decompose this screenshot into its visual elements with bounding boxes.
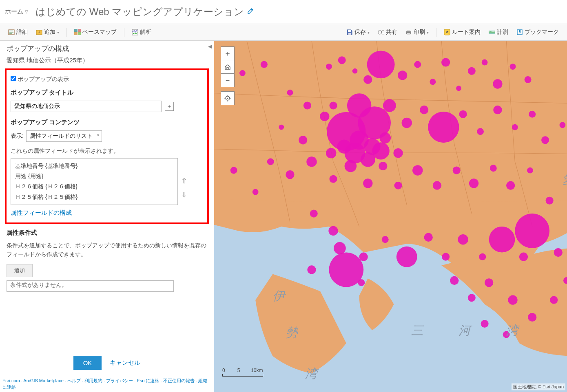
svg-point-60 (541, 136, 549, 144)
svg-point-78 (328, 226, 338, 236)
display-select[interactable]: 属性フィールドのリスト ▾ (26, 130, 102, 142)
cancel-button[interactable]: キャンセル (110, 359, 140, 367)
route-button[interactable]: ルート案内 (441, 27, 483, 37)
field-item[interactable]: Ｈ２６価格 {Ｈ２６価格} (15, 181, 173, 192)
svg-point-87 (479, 253, 486, 260)
svg-point-55 (459, 110, 467, 118)
svg-text:伊: 伊 (273, 289, 286, 302)
details-label: 詳細 (16, 29, 28, 36)
svg-point-51 (383, 99, 396, 112)
zoom-out-button[interactable]: − (221, 73, 235, 87)
svg-point-61 (560, 122, 566, 128)
ok-button[interactable]: OK (73, 356, 102, 370)
svg-point-41 (525, 76, 532, 83)
configure-fields-link[interactable]: 属性フィールドの構成 (11, 209, 72, 217)
footer-link[interactable]: ヘルプ (67, 378, 81, 383)
svg-text:河: 河 (458, 324, 473, 337)
show-popup-checkbox[interactable] (11, 76, 16, 81)
svg-point-113 (372, 142, 389, 159)
svg-point-54 (428, 112, 459, 143)
chevron-down-icon: ▽ (25, 9, 28, 14)
basemap-button[interactable]: ベースマップ (72, 27, 119, 37)
display-select-value: 属性フィールドのリスト (30, 132, 93, 139)
footer-link[interactable]: Esri.com (2, 378, 20, 383)
field-item[interactable]: 用途 {用途} (15, 171, 173, 181)
add-expression-button[interactable]: 追加 (7, 264, 33, 277)
measure-label: 計測 (497, 29, 508, 36)
svg-point-31 (367, 51, 395, 78)
expressions-listbox[interactable]: 条件式がありません。 (7, 280, 174, 292)
svg-text:愛: 愛 (563, 173, 567, 186)
svg-point-38 (482, 59, 488, 66)
svg-point-89 (519, 253, 528, 261)
popup-title-input[interactable] (11, 101, 162, 112)
save-button[interactable]: 保存 ▾ (344, 27, 372, 37)
footer-link[interactable]: プライバシー (106, 378, 133, 383)
home-dropdown[interactable]: ホーム ▽ (5, 8, 28, 15)
locate-button[interactable] (221, 91, 235, 105)
print-label: 印刷 (414, 29, 425, 36)
basemap-label: ベースマップ (82, 29, 117, 36)
svg-point-69 (394, 182, 402, 189)
svg-point-97 (485, 278, 493, 287)
map-nav-controls: ＋ − (221, 46, 235, 105)
analysis-button[interactable]: 解析 (129, 27, 154, 37)
svg-text:湾: 湾 (506, 324, 520, 337)
pencil-icon[interactable] (247, 8, 254, 16)
field-item[interactable]: 基準地番号 {基準地番号} (15, 161, 173, 171)
svg-point-115 (326, 148, 336, 158)
add-field-icon[interactable]: ＋ (165, 102, 174, 111)
svg-point-108 (230, 167, 237, 174)
footer-link[interactable]: 不正使用の報告 (163, 378, 195, 383)
condition-description: 条件式を追加することで、ポップアップで使用するための新しい情報を既存のフィールド… (7, 241, 207, 259)
footer-link[interactable]: ArcGIS Marketplace (23, 378, 63, 383)
svg-text:三: 三 (411, 324, 425, 337)
svg-point-117 (393, 148, 403, 158)
zoom-in-button[interactable]: ＋ (221, 46, 235, 60)
svg-point-95 (450, 276, 458, 285)
highlighted-section: ポップアップの表示 ポップアップ タイトル ＋ ポップアップ コンテンツ 表示:… (5, 68, 209, 224)
details-icon (8, 29, 15, 35)
footer-link[interactable]: Esri に連絡 (137, 378, 159, 383)
fields-listbox[interactable]: 基準地番号 {基準地番号} 用途 {用途} Ｈ２６価格 {Ｈ２６価格} Ｈ２５価… (11, 158, 178, 205)
svg-point-52 (402, 118, 412, 128)
share-button[interactable]: 共有 (375, 27, 400, 37)
svg-rect-16 (407, 30, 410, 31)
footer-link[interactable]: 利用規約 (84, 378, 102, 383)
svg-point-85 (442, 253, 450, 261)
move-down-icon[interactable]: ⇩ (181, 190, 187, 199)
svg-point-30 (363, 75, 372, 84)
reorder-controls: ⇧ ⇩ (181, 176, 187, 199)
scale-mid: 5 (237, 368, 240, 373)
details-button[interactable]: 詳細 (6, 27, 30, 37)
separator (66, 28, 67, 37)
toolbar: 詳細 + 追加 ▾ ベースマップ 解析 保存 ▾ 共有 印刷 ▾ ルート案内 計… (0, 24, 567, 41)
panel-subheading: 愛知県 地価公示（平成25年） (7, 57, 207, 64)
field-item[interactable]: Ｈ２５価格 {Ｈ２５価格} (15, 192, 173, 202)
map-area[interactable]: 伊 勢 湾 三 河 湾 愛 ＋ − 0 5 10k (214, 41, 567, 392)
top-bar: ホーム ▽ はじめての Web マッピングアプリケーション (0, 0, 567, 24)
svg-point-44 (279, 125, 284, 130)
move-up-icon[interactable]: ⇧ (181, 176, 187, 185)
analysis-icon (132, 29, 138, 35)
svg-point-99 (481, 320, 489, 328)
bookmark-button[interactable]: ブックマーク (514, 27, 561, 37)
fields-description: これらの属性フィールドが表示されます。 (11, 148, 203, 155)
svg-point-59 (529, 111, 536, 118)
chevron-down-icon: ▾ (57, 30, 59, 35)
add-button[interactable]: + 追加 ▾ (33, 27, 62, 37)
measure-button[interactable]: 計測 (486, 27, 511, 37)
home-extent-button[interactable] (221, 60, 235, 74)
share-label: 共有 (386, 29, 397, 36)
svg-point-88 (489, 227, 515, 253)
print-button[interactable]: 印刷 ▾ (403, 27, 431, 37)
svg-point-81 (359, 253, 368, 261)
svg-point-93 (307, 265, 316, 274)
svg-point-28 (338, 56, 346, 64)
popup-title-heading: ポップアップ タイトル (11, 89, 203, 97)
config-panel: ◀ ポップアップの構成 愛知県 地価公示（平成25年） ポップアップの表示 ポッ… (0, 41, 214, 392)
svg-point-35 (441, 58, 450, 66)
svg-point-76 (527, 167, 533, 174)
collapse-panel-icon[interactable]: ◀ (208, 43, 212, 49)
svg-point-114 (337, 140, 351, 154)
